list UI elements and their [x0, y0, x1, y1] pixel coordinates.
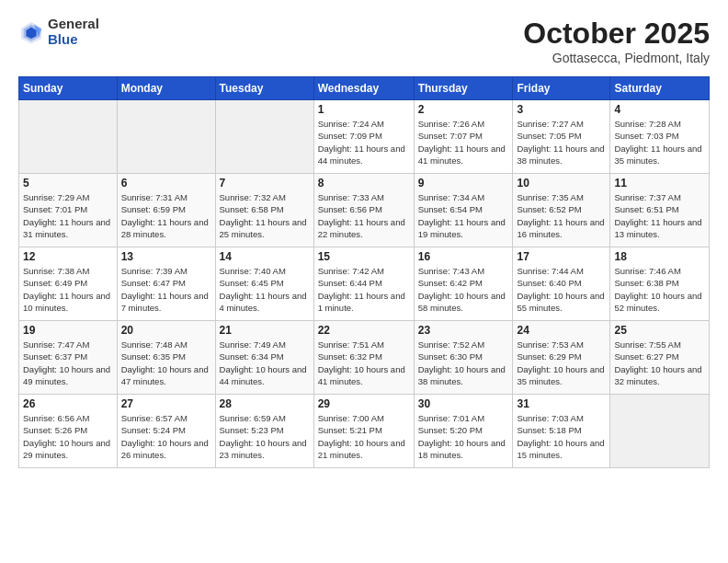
day-number: 18	[614, 250, 705, 263]
calendar-cell: 13Sunrise: 7:39 AM Sunset: 6:47 PM Dayli…	[117, 247, 215, 321]
calendar-week-2: 12Sunrise: 7:38 AM Sunset: 6:49 PM Dayli…	[19, 247, 710, 321]
day-info: Sunrise: 7:44 AM Sunset: 6:40 PM Dayligh…	[517, 265, 606, 314]
title-block: October 2025 Gottasecca, Piedmont, Italy	[523, 17, 710, 65]
calendar-cell: 4Sunrise: 7:28 AM Sunset: 7:03 PM Daylig…	[610, 100, 710, 174]
calendar-cell: 9Sunrise: 7:34 AM Sunset: 6:54 PM Daylig…	[414, 174, 513, 247]
day-number: 25	[614, 324, 705, 337]
th-wednesday: Wednesday	[313, 77, 414, 100]
day-number: 31	[517, 397, 606, 410]
day-number: 15	[318, 250, 410, 263]
day-number: 20	[121, 324, 211, 337]
day-info: Sunrise: 7:53 AM Sunset: 6:29 PM Dayligh…	[517, 339, 606, 387]
logo: General Blue	[18, 17, 99, 47]
day-info: Sunrise: 7:00 AM Sunset: 5:21 PM Dayligh…	[318, 412, 410, 461]
calendar-cell: 19Sunrise: 7:47 AM Sunset: 6:37 PM Dayli…	[19, 321, 118, 395]
day-number: 6	[121, 177, 211, 190]
day-number: 23	[418, 324, 509, 337]
calendar-cell: 26Sunrise: 6:56 AM Sunset: 5:26 PM Dayli…	[19, 395, 118, 468]
day-number: 1	[318, 103, 410, 116]
day-info: Sunrise: 7:37 AM Sunset: 6:51 PM Dayligh…	[614, 191, 705, 240]
day-info: Sunrise: 7:32 AM Sunset: 6:58 PM Dayligh…	[220, 191, 310, 240]
calendar-cell: 20Sunrise: 7:48 AM Sunset: 6:35 PM Dayli…	[117, 321, 215, 395]
day-number: 26	[23, 397, 113, 410]
location: Gottasecca, Piedmont, Italy	[523, 51, 710, 65]
calendar-cell	[117, 100, 215, 174]
calendar-cell: 12Sunrise: 7:38 AM Sunset: 6:49 PM Dayli…	[19, 247, 118, 321]
day-info: Sunrise: 6:57 AM Sunset: 5:24 PM Dayligh…	[121, 412, 211, 461]
day-number: 27	[121, 397, 211, 410]
calendar: Sunday Monday Tuesday Wednesday Thursday…	[18, 76, 710, 468]
calendar-cell: 27Sunrise: 6:57 AM Sunset: 5:24 PM Dayli…	[117, 395, 215, 468]
calendar-cell: 5Sunrise: 7:29 AM Sunset: 7:01 PM Daylig…	[19, 174, 118, 247]
day-number: 5	[23, 177, 113, 190]
calendar-cell: 31Sunrise: 7:03 AM Sunset: 5:18 PM Dayli…	[513, 395, 610, 468]
day-number: 19	[23, 324, 113, 337]
weekday-row: Sunday Monday Tuesday Wednesday Thursday…	[19, 77, 710, 100]
calendar-cell: 22Sunrise: 7:51 AM Sunset: 6:32 PM Dayli…	[313, 321, 414, 395]
day-number: 21	[220, 324, 310, 337]
calendar-cell: 14Sunrise: 7:40 AM Sunset: 6:45 PM Dayli…	[215, 247, 313, 321]
calendar-cell: 25Sunrise: 7:55 AM Sunset: 6:27 PM Dayli…	[610, 321, 710, 395]
day-info: Sunrise: 7:24 AM Sunset: 7:09 PM Dayligh…	[318, 118, 410, 167]
calendar-cell: 18Sunrise: 7:46 AM Sunset: 6:38 PM Dayli…	[610, 247, 710, 321]
day-number: 2	[418, 103, 509, 116]
day-info: Sunrise: 7:03 AM Sunset: 5:18 PM Dayligh…	[517, 412, 606, 461]
calendar-cell: 30Sunrise: 7:01 AM Sunset: 5:20 PM Dayli…	[414, 395, 513, 468]
day-number: 12	[23, 250, 113, 263]
calendar-body: 1Sunrise: 7:24 AM Sunset: 7:09 PM Daylig…	[19, 100, 710, 468]
th-tuesday: Tuesday	[215, 77, 313, 100]
calendar-cell: 7Sunrise: 7:32 AM Sunset: 6:58 PM Daylig…	[215, 174, 313, 247]
day-info: Sunrise: 7:49 AM Sunset: 6:34 PM Dayligh…	[220, 339, 310, 387]
logo-icon	[18, 19, 44, 45]
day-number: 11	[614, 177, 705, 190]
day-info: Sunrise: 7:51 AM Sunset: 6:32 PM Dayligh…	[318, 339, 410, 387]
day-number: 29	[318, 397, 410, 410]
day-info: Sunrise: 7:26 AM Sunset: 7:07 PM Dayligh…	[418, 118, 509, 167]
day-number: 28	[220, 397, 310, 410]
day-info: Sunrise: 7:29 AM Sunset: 7:01 PM Dayligh…	[23, 191, 113, 240]
logo-general: General	[48, 17, 99, 32]
calendar-week-0: 1Sunrise: 7:24 AM Sunset: 7:09 PM Daylig…	[19, 100, 710, 174]
calendar-cell: 17Sunrise: 7:44 AM Sunset: 6:40 PM Dayli…	[513, 247, 610, 321]
day-number: 16	[418, 250, 509, 263]
calendar-cell: 8Sunrise: 7:33 AM Sunset: 6:56 PM Daylig…	[313, 174, 414, 247]
th-saturday: Saturday	[610, 77, 710, 100]
calendar-cell: 15Sunrise: 7:42 AM Sunset: 6:44 PM Dayli…	[313, 247, 414, 321]
th-sunday: Sunday	[19, 77, 118, 100]
calendar-cell: 11Sunrise: 7:37 AM Sunset: 6:51 PM Dayli…	[610, 174, 710, 247]
calendar-cell: 1Sunrise: 7:24 AM Sunset: 7:09 PM Daylig…	[313, 100, 414, 174]
calendar-cell: 3Sunrise: 7:27 AM Sunset: 7:05 PM Daylig…	[513, 100, 610, 174]
day-number: 9	[418, 177, 509, 190]
day-number: 17	[517, 250, 606, 263]
day-number: 14	[220, 250, 310, 263]
header: General Blue October 2025 Gottasecca, Pi…	[18, 17, 710, 65]
day-info: Sunrise: 7:55 AM Sunset: 6:27 PM Dayligh…	[614, 339, 705, 387]
calendar-cell: 28Sunrise: 6:59 AM Sunset: 5:23 PM Dayli…	[215, 395, 313, 468]
logo-blue: Blue	[48, 32, 99, 48]
day-info: Sunrise: 7:27 AM Sunset: 7:05 PM Dayligh…	[517, 118, 606, 167]
th-friday: Friday	[513, 77, 610, 100]
day-info: Sunrise: 7:34 AM Sunset: 6:54 PM Dayligh…	[418, 191, 509, 240]
day-number: 7	[220, 177, 310, 190]
day-info: Sunrise: 7:31 AM Sunset: 6:59 PM Dayligh…	[121, 191, 211, 240]
day-info: Sunrise: 7:39 AM Sunset: 6:47 PM Dayligh…	[121, 265, 211, 314]
th-thursday: Thursday	[414, 77, 513, 100]
calendar-cell: 29Sunrise: 7:00 AM Sunset: 5:21 PM Dayli…	[313, 395, 414, 468]
calendar-week-3: 19Sunrise: 7:47 AM Sunset: 6:37 PM Dayli…	[19, 321, 710, 395]
calendar-cell: 23Sunrise: 7:52 AM Sunset: 6:30 PM Dayli…	[414, 321, 513, 395]
day-info: Sunrise: 6:59 AM Sunset: 5:23 PM Dayligh…	[220, 412, 310, 461]
calendar-header: Sunday Monday Tuesday Wednesday Thursday…	[19, 77, 710, 100]
calendar-cell	[610, 395, 710, 468]
day-number: 30	[418, 397, 509, 410]
calendar-cell: 16Sunrise: 7:43 AM Sunset: 6:42 PM Dayli…	[414, 247, 513, 321]
logo-text: General Blue	[48, 17, 99, 47]
calendar-week-1: 5Sunrise: 7:29 AM Sunset: 7:01 PM Daylig…	[19, 174, 710, 247]
day-number: 3	[517, 103, 606, 116]
day-info: Sunrise: 7:01 AM Sunset: 5:20 PM Dayligh…	[418, 412, 509, 461]
day-info: Sunrise: 7:42 AM Sunset: 6:44 PM Dayligh…	[318, 265, 410, 314]
day-number: 8	[318, 177, 410, 190]
calendar-cell: 10Sunrise: 7:35 AM Sunset: 6:52 PM Dayli…	[513, 174, 610, 247]
day-info: Sunrise: 7:46 AM Sunset: 6:38 PM Dayligh…	[614, 265, 705, 314]
day-number: 13	[121, 250, 211, 263]
day-info: Sunrise: 7:52 AM Sunset: 6:30 PM Dayligh…	[418, 339, 509, 387]
